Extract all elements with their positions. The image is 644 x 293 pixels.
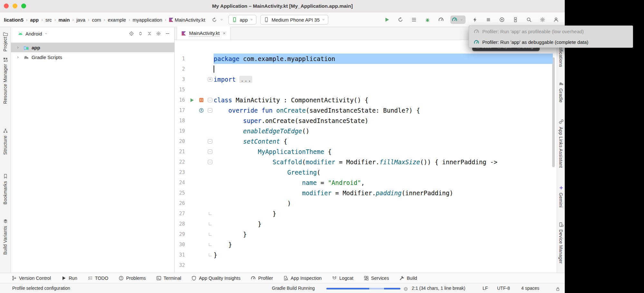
- override-icon[interactable]: [198, 107, 204, 113]
- fold-marker[interactable]: -: [208, 108, 212, 113]
- search-everywhere-button[interactable]: [525, 15, 533, 24]
- editor-tab[interactable]: MainActivity.kt: [177, 27, 231, 40]
- device-select[interactable]: Medium Phone API 35: [260, 15, 328, 25]
- bookmark-icon[interactable]: [3, 173, 8, 179]
- indent-indicator[interactable]: 4 spaces: [521, 283, 539, 293]
- cat-icon: [332, 276, 337, 281]
- tool-stripe-button-structure[interactable]: Structure: [3, 136, 8, 155]
- run-gutter-icon[interactable]: [189, 97, 195, 103]
- breadcrumb-item[interactable]: src: [45, 17, 52, 23]
- tool-window-button-todo[interactable]: TODO: [88, 276, 109, 281]
- collapse-all-icon[interactable]: [147, 31, 152, 36]
- code-editor[interactable]: 1package com.example.myapplication23+imp…: [175, 40, 557, 273]
- cancel-build-icon[interactable]: [403, 286, 409, 292]
- search-icon: [526, 17, 532, 23]
- toolbar-actions: [383, 15, 562, 24]
- account-button[interactable]: [552, 15, 560, 24]
- debug-button[interactable]: [423, 15, 432, 24]
- locate-icon[interactable]: [129, 31, 134, 36]
- breadcrumb-item[interactable]: main: [59, 17, 70, 23]
- links-icon[interactable]: [558, 119, 564, 125]
- apply-code-changes-button[interactable]: [471, 15, 479, 24]
- encoding-indicator[interactable]: UTF-8: [497, 283, 510, 293]
- screen-record-button[interactable]: [498, 15, 506, 24]
- code-text: }: [214, 250, 553, 260]
- fold-marker[interactable]: -: [208, 160, 212, 164]
- folder-icon[interactable]: [3, 31, 8, 37]
- gradle-icon[interactable]: [558, 81, 564, 86]
- device-mirror-button[interactable]: [511, 15, 520, 24]
- fold-end-marker[interactable]: [209, 243, 212, 246]
- lock-icon[interactable]: [555, 286, 561, 292]
- line-ending-indicator[interactable]: LF: [483, 283, 488, 293]
- tool-stripe-button-device-manager[interactable]: Device Manager: [558, 229, 563, 264]
- tool-window-button-build[interactable]: Build: [399, 276, 417, 281]
- project-tree-item[interactable]: app: [11, 43, 174, 52]
- profile-button[interactable]: [437, 15, 445, 24]
- tool-stripe-button-app-links-assistant[interactable]: App Links Assistant: [558, 127, 563, 168]
- close-icon[interactable]: [222, 31, 226, 35]
- hide-icon[interactable]: [165, 31, 170, 36]
- tool-window-button-services[interactable]: Services: [364, 276, 389, 281]
- device-manager-icon[interactable]: [558, 222, 564, 227]
- run-button[interactable]: [383, 15, 391, 24]
- tool-window-button-problems[interactable]: Problems: [119, 276, 146, 281]
- expand-all-icon[interactable]: [138, 31, 143, 36]
- fold-end-marker[interactable]: [209, 222, 212, 225]
- tool-stripe-button-project[interactable]: Project: [3, 37, 8, 52]
- gear-icon[interactable]: [156, 31, 161, 36]
- tool-stripe-button-bookmarks[interactable]: Bookmarks: [3, 181, 8, 205]
- tool-window-button-app-inspection[interactable]: App Inspection: [283, 276, 322, 281]
- structure-icon[interactable]: [3, 128, 8, 134]
- resource-icon[interactable]: [3, 57, 8, 63]
- stop-button[interactable]: [484, 15, 493, 24]
- fold-marker[interactable]: -: [208, 149, 212, 154]
- breadcrumb-item[interactable]: lication5: [4, 17, 24, 23]
- build-menu-button[interactable]: [410, 15, 418, 24]
- line-number: 21: [175, 146, 185, 157]
- tool-stripe-button-resource-manager[interactable]: Resource Manager: [3, 64, 8, 104]
- layers-icon[interactable]: [3, 218, 8, 224]
- tool-stripe-button-gradle[interactable]: Gradle: [558, 88, 563, 103]
- text-caret: [214, 66, 214, 73]
- caret-position[interactable]: 2:1 (34 chars, 1 line break): [412, 283, 466, 293]
- project-panel-actions: [125, 31, 170, 36]
- kotlin-icon: [168, 17, 174, 23]
- folded-imports[interactable]: ...: [239, 76, 252, 83]
- star-icon[interactable]: [558, 185, 564, 191]
- code-text: package com.example.myapplication: [214, 54, 553, 64]
- tool-window-button-app-quality-insights[interactable]: App Quality Insights: [191, 276, 240, 281]
- project-tree-item[interactable]: Gradle Scripts: [11, 52, 174, 62]
- fold-end-marker[interactable]: [209, 253, 212, 256]
- project-view-selector[interactable]: Android: [25, 31, 42, 36]
- fold-marker[interactable]: -: [208, 98, 212, 102]
- fold-end-marker[interactable]: [209, 233, 212, 236]
- tool-stripe-button-build-variants[interactable]: Build Variants: [3, 226, 8, 255]
- breadcrumb-item[interactable]: app: [30, 17, 39, 23]
- profiler-menu-item[interactable]: Profiler: Run 'app' as debuggable (compl…: [469, 37, 633, 47]
- fold-end-marker[interactable]: [209, 212, 212, 215]
- build-progress-bar: [326, 288, 400, 289]
- class-marker-icon[interactable]: [198, 97, 204, 103]
- tool-window-button-version-control[interactable]: Version Control: [12, 276, 51, 281]
- profiler-dropdown-button[interactable]: [450, 15, 466, 24]
- tool-window-button-profiler[interactable]: Profiler: [251, 276, 273, 281]
- breadcrumb-item[interactable]: myapplication: [133, 17, 162, 23]
- right-tool-stripe: NotificationsGradleApp Links AssistantGe…: [557, 27, 565, 273]
- breadcrumb-item[interactable]: example: [108, 17, 126, 23]
- settings-button[interactable]: [538, 15, 547, 24]
- breadcrumb-item[interactable]: java: [76, 17, 85, 23]
- code-line: 25 modifier = Modifier.padding(innerPadd…: [175, 188, 557, 198]
- tool-window-button-terminal[interactable]: Terminal: [156, 276, 181, 281]
- gauge-icon: [452, 17, 457, 23]
- breadcrumb-item[interactable]: MainActivity.kt: [175, 17, 205, 23]
- run-configuration-select[interactable]: app: [228, 15, 256, 25]
- fold-marker[interactable]: +: [208, 77, 212, 82]
- breadcrumb-item[interactable]: com: [92, 17, 101, 23]
- tool-window-button-run[interactable]: Run: [61, 276, 77, 281]
- tool-window-button-logcat[interactable]: Logcat: [332, 276, 353, 281]
- sync-dropdown[interactable]: [212, 17, 225, 23]
- tool-stripe-button-gemini[interactable]: Gemini: [558, 193, 563, 207]
- fold-marker[interactable]: -: [208, 139, 212, 144]
- rerun-button[interactable]: [396, 15, 405, 24]
